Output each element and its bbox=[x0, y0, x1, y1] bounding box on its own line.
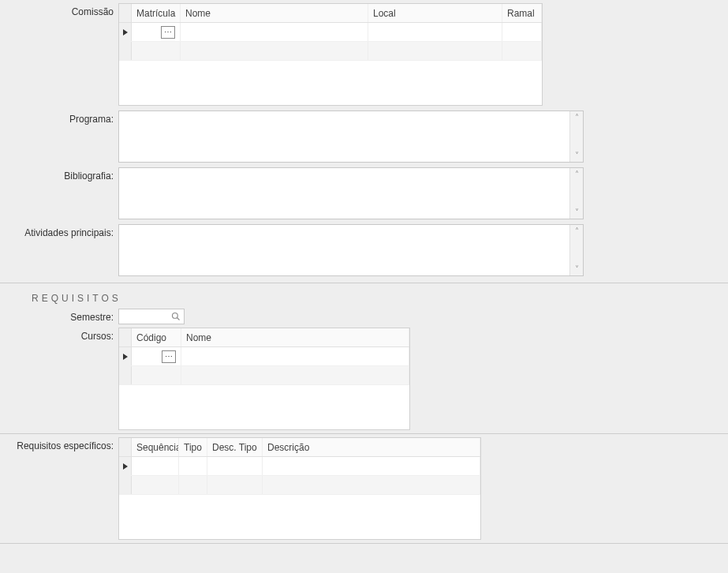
requisitos-especificos-label: Requisitos específicos: bbox=[0, 437, 118, 451]
svg-line-1 bbox=[177, 318, 180, 320]
bibliografia-label: Bibliografia: bbox=[0, 167, 118, 182]
cell-ramal[interactable] bbox=[502, 23, 542, 41]
table-row[interactable] bbox=[119, 42, 542, 61]
row-indicator-icon bbox=[119, 457, 132, 475]
row-indicator-icon bbox=[119, 347, 132, 365]
cursos-grid-header: Código Nome bbox=[119, 328, 409, 347]
scroll-up-icon[interactable]: ˄ bbox=[575, 168, 579, 181]
col-tipo[interactable]: Tipo bbox=[179, 438, 207, 456]
scroll-down-icon[interactable]: ˅ bbox=[575, 149, 579, 162]
cell-sequencia[interactable] bbox=[132, 457, 179, 475]
cell-tipo[interactable] bbox=[179, 476, 207, 494]
programa-label: Programa: bbox=[0, 110, 118, 125]
comissao-label: Comissão bbox=[0, 3, 118, 17]
table-row[interactable] bbox=[119, 347, 409, 366]
scrollbar[interactable]: ˄ ˅ bbox=[569, 225, 583, 275]
cell-sequencia[interactable] bbox=[132, 476, 179, 494]
cell-nome[interactable] bbox=[181, 42, 368, 60]
col-descricao[interactable]: Descrição bbox=[263, 438, 480, 456]
col-desctipo[interactable]: Desc. Tipo bbox=[207, 438, 263, 456]
cell-nome[interactable] bbox=[181, 347, 409, 365]
divider bbox=[0, 543, 728, 544]
cell-codigo[interactable] bbox=[132, 347, 181, 365]
cell-nome[interactable] bbox=[181, 366, 409, 384]
svg-point-0 bbox=[173, 313, 178, 319]
programa-textarea[interactable] bbox=[119, 111, 583, 162]
cell-codigo[interactable] bbox=[132, 366, 181, 384]
col-nome[interactable]: Nome bbox=[181, 328, 409, 346]
col-local[interactable]: Local bbox=[368, 4, 502, 22]
row-indicator-icon bbox=[119, 23, 132, 41]
atividades-textarea[interactable] bbox=[119, 225, 583, 275]
cell-matricula[interactable] bbox=[132, 42, 181, 60]
row-indicator-header bbox=[119, 328, 132, 346]
scrollbar[interactable]: ˄ ˅ bbox=[569, 168, 583, 219]
search-icon[interactable] bbox=[171, 312, 181, 321]
col-nome[interactable]: Nome bbox=[181, 4, 368, 22]
cursos-grid[interactable]: Código Nome bbox=[118, 328, 410, 430]
cell-nome[interactable] bbox=[181, 23, 368, 41]
table-row[interactable] bbox=[119, 23, 542, 42]
table-row[interactable] bbox=[119, 476, 480, 495]
requisitos-heading: REQUISITOS bbox=[0, 288, 728, 309]
scroll-up-icon[interactable]: ˄ bbox=[575, 225, 579, 238]
cursos-label: Cursos: bbox=[0, 328, 118, 342]
scrollbar[interactable]: ˄ ˅ bbox=[569, 111, 583, 162]
divider bbox=[0, 283, 728, 283]
scroll-down-icon[interactable]: ˅ bbox=[575, 263, 579, 275]
table-row[interactable] bbox=[119, 366, 409, 385]
lookup-button[interactable] bbox=[161, 26, 175, 39]
cell-matricula[interactable] bbox=[132, 23, 181, 41]
semestre-label: Semestre: bbox=[0, 309, 118, 323]
row-indicator-icon bbox=[119, 476, 132, 494]
bibliografia-textarea[interactable] bbox=[119, 168, 583, 219]
col-sequencia[interactable]: Sequência bbox=[132, 438, 179, 456]
row-indicator-icon bbox=[119, 366, 132, 384]
table-row[interactable] bbox=[119, 457, 480, 476]
cell-descricao[interactable] bbox=[263, 476, 480, 494]
semestre-field[interactable] bbox=[118, 309, 185, 324]
comissao-grid-header: Matrícula Nome Local Ramal bbox=[119, 4, 542, 23]
row-indicator-icon bbox=[119, 42, 132, 60]
requisitos-grid[interactable]: Sequência Tipo Desc. Tipo Descrição bbox=[118, 437, 481, 540]
cell-desctipo[interactable] bbox=[207, 457, 263, 475]
col-matricula[interactable]: Matrícula bbox=[132, 4, 181, 22]
cell-desctipo[interactable] bbox=[207, 476, 263, 494]
comissao-grid[interactable]: Matrícula Nome Local Ramal bbox=[118, 3, 543, 106]
cell-ramal[interactable] bbox=[502, 42, 542, 60]
atividades-label: Atividades principais: bbox=[0, 224, 118, 238]
divider bbox=[0, 433, 728, 434]
scroll-up-icon[interactable]: ˄ bbox=[575, 111, 579, 124]
col-codigo[interactable]: Código bbox=[132, 328, 181, 346]
col-ramal[interactable]: Ramal bbox=[502, 4, 542, 22]
scroll-down-icon[interactable]: ˅ bbox=[575, 206, 579, 219]
row-indicator-header bbox=[119, 4, 132, 22]
row-indicator-header bbox=[119, 438, 132, 456]
cell-tipo[interactable] bbox=[179, 457, 207, 475]
requisitos-grid-header: Sequência Tipo Desc. Tipo Descrição bbox=[119, 438, 480, 457]
semestre-input[interactable] bbox=[122, 311, 163, 322]
cell-local[interactable] bbox=[368, 23, 502, 41]
cell-local[interactable] bbox=[368, 42, 502, 60]
lookup-button[interactable] bbox=[162, 350, 176, 363]
cell-descricao[interactable] bbox=[263, 457, 480, 475]
